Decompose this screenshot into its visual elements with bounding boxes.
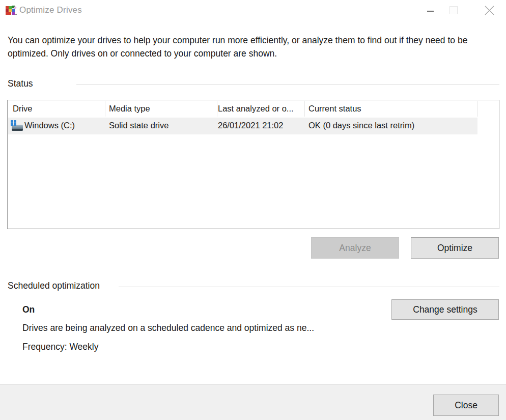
column-header-last-analyzed[interactable]: Last analyzed or o... [218,104,294,114]
column-separator[interactable] [304,101,305,117]
maximize-button[interactable] [442,0,465,20]
close-window-button[interactable] [477,0,501,20]
dialog-description: You can optimize your drives to help you… [8,34,473,60]
column-separator[interactable] [477,101,478,117]
scheduled-description: Drives are being analyzed on a scheduled… [22,323,314,333]
cell-current-status: OK (0 days since last retrim) [308,121,414,130]
drive-row-windows-c[interactable]: Windows (C:) Solid state drive 26/01/202… [8,118,477,134]
optimize-button[interactable]: Optimize [411,237,499,259]
column-separator[interactable] [217,101,217,117]
cell-drive-name: Windows (C:) [24,121,75,130]
status-section-label: Status [8,78,33,89]
status-section-divider [76,85,499,85]
windows-drive-icon [10,120,23,132]
scheduled-section-label: Scheduled optimization [8,281,100,291]
scheduled-state: On [22,304,35,315]
scheduled-section-divider [119,287,499,287]
drives-table: Drive Media type Last analyzed or o... C… [7,100,499,229]
optimize-drives-window: Optimize Drives You can optimize your dr… [0,0,506,420]
column-separator[interactable] [105,101,105,117]
scheduled-frequency: Frequency: Weekly [22,342,98,352]
minimize-icon [427,11,434,12]
drives-table-header: Drive Media type Last analyzed or o... C… [8,100,499,118]
analyze-button[interactable]: Analyze [311,237,399,259]
column-header-current-status[interactable]: Current status [308,104,361,114]
cell-last-analyzed: 26/01/2021 21:02 [218,121,283,130]
change-settings-button[interactable]: Change settings [391,299,499,320]
title-bar: Optimize Drives [0,0,506,20]
window-title: Optimize Drives [19,5,82,15]
column-header-drive[interactable]: Drive [13,104,33,114]
maximize-icon [449,6,458,14]
close-button[interactable]: Close [433,395,499,416]
defrag-app-icon [5,5,17,16]
dialog-footer [0,384,506,420]
minimize-button[interactable] [418,0,442,20]
column-header-media-type[interactable]: Media type [109,104,150,114]
close-icon [485,6,494,15]
cell-media-type: Solid state drive [109,121,168,130]
